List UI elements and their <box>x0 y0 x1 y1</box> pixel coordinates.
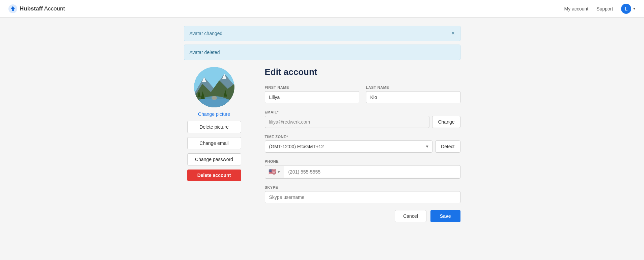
skype-label: SKYPE <box>265 185 460 189</box>
first-name-input[interactable] <box>265 91 359 103</box>
first-name-label: FIRST NAME <box>265 85 359 89</box>
timezone-select-wrapper: (GMT-12:00) Etc/GMT+12 ▼ <box>265 140 433 153</box>
main-content: Avatar changed × Avatar deleted <box>177 18 467 230</box>
save-button[interactable]: Save <box>430 210 460 222</box>
header-user[interactable]: L ▼ <box>621 4 636 14</box>
notification-close-button[interactable]: × <box>451 31 454 36</box>
change-email-button[interactable]: Change email <box>187 137 241 149</box>
header-brand: Hubstaff Account <box>20 5 65 12</box>
timezone-row: (GMT-12:00) Etc/GMT+12 ▼ Detect <box>265 140 460 153</box>
delete-account-button[interactable]: Delete account <box>187 170 241 181</box>
form-title: Edit account <box>265 67 460 77</box>
last-name-input[interactable] <box>366 91 460 103</box>
timezone-select[interactable]: (GMT-12:00) Etc/GMT+12 <box>265 140 433 153</box>
timezone-group: TIME ZONE* (GMT-12:00) Etc/GMT+12 ▼ Dete… <box>265 135 460 153</box>
my-account-link[interactable]: My account <box>564 6 588 11</box>
svg-point-12 <box>212 96 217 100</box>
phone-label: PHONE <box>265 159 460 163</box>
header-left: Hubstaff Account <box>8 4 65 14</box>
user-avatar-header[interactable]: L <box>621 4 631 14</box>
notification-text-avatar-changed: Avatar changed <box>190 31 223 36</box>
user-menu-chevron: ▼ <box>633 7 636 10</box>
email-input <box>265 116 430 128</box>
header: Hubstaff Account My account Support L ▼ <box>0 0 644 18</box>
sidebar: Change picture Delete picture Change ema… <box>184 67 245 222</box>
header-right: My account Support L ▼ <box>564 4 636 14</box>
skype-input[interactable] <box>265 191 460 203</box>
hubstaff-logo: Hubstaff Account <box>8 4 65 14</box>
change-password-button[interactable]: Change password <box>187 153 241 165</box>
hubstaff-logo-icon <box>8 4 18 14</box>
detect-timezone-button[interactable]: Detect <box>435 140 460 153</box>
delete-picture-button[interactable]: Delete picture <box>187 121 241 133</box>
notification-text-avatar-deleted: Avatar deleted <box>190 50 220 55</box>
support-link[interactable]: Support <box>596 6 613 11</box>
email-group: EMAIL* Change <box>265 110 460 128</box>
last-name-group: LAST NAME <box>366 85 460 103</box>
last-name-label: LAST NAME <box>366 85 460 89</box>
cancel-button[interactable]: Cancel <box>395 210 426 222</box>
notification-avatar-changed: Avatar changed × <box>184 26 460 41</box>
skype-group: SKYPE <box>265 185 460 203</box>
phone-flag-selector[interactable]: 🇺🇸 ▼ <box>265 165 284 178</box>
phone-input[interactable] <box>284 166 460 178</box>
email-label: EMAIL* <box>265 110 460 114</box>
first-name-group: FIRST NAME <box>265 85 359 103</box>
content-row: Change picture Delete picture Change ema… <box>184 67 460 222</box>
notification-avatar-deleted: Avatar deleted <box>184 45 460 60</box>
svg-rect-6 <box>199 99 229 107</box>
email-input-row: Change <box>265 116 460 128</box>
flag-chevron-icon: ▼ <box>277 170 281 174</box>
user-avatar <box>194 67 234 107</box>
name-row: FIRST NAME LAST NAME <box>265 85 460 103</box>
timezone-label: TIME ZONE* <box>265 135 460 139</box>
flag-emoji: 🇺🇸 <box>269 168 276 176</box>
phone-group: PHONE 🇺🇸 ▼ <box>265 159 460 179</box>
edit-account-form: Edit account FIRST NAME LAST NAME EMAIL*… <box>265 67 460 222</box>
change-email-inline-button[interactable]: Change <box>432 116 460 128</box>
phone-input-wrapper: 🇺🇸 ▼ <box>265 165 460 179</box>
form-actions: Cancel Save <box>265 210 460 222</box>
change-picture-link[interactable]: Change picture <box>198 111 230 117</box>
